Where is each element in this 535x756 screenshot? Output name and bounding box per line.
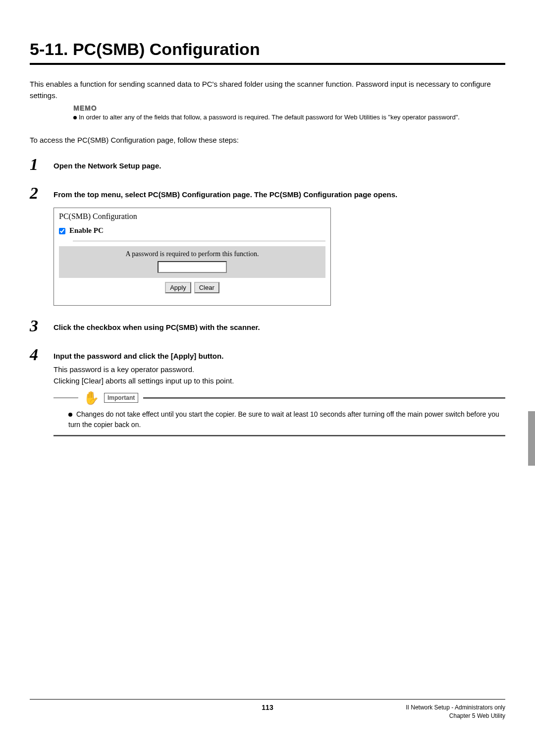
page-title: 5-11. PC(SMB) Configuration: [30, 40, 505, 65]
memo-block: MEMO In order to alter any of the fields…: [73, 104, 505, 122]
password-section: A password is required to perform this f…: [59, 246, 325, 278]
important-block: ✋ Important Changes do not take effect u…: [54, 391, 505, 436]
clear-button[interactable]: Clear: [194, 282, 219, 293]
important-rule-left: [54, 397, 78, 398]
enable-pc-row: Enable PC: [54, 226, 330, 241]
separator: [73, 241, 325, 241]
step-number: 2: [30, 185, 54, 202]
section-tab: [528, 411, 535, 466]
step-1-text: Open the Network Setup page.: [54, 160, 505, 172]
dialog-title: PC(SMB) Configuration: [54, 208, 330, 226]
enable-pc-checkbox[interactable]: [59, 228, 65, 234]
intro-paragraph: This enables a function for sending scan…: [30, 79, 505, 101]
important-rule-right: [143, 397, 505, 399]
footer: 113 II Network Setup - Administrators on…: [30, 699, 505, 720]
step-2-text: From the top menu, select PC(SMB) Config…: [54, 189, 505, 201]
password-input[interactable]: [158, 261, 227, 273]
important-bottom-rule: [54, 435, 505, 436]
page-number: 113: [262, 703, 273, 711]
memo-text: In order to alter any of the fields that…: [73, 113, 505, 122]
step-4: 4 Input the password and click the [Appl…: [30, 346, 505, 386]
step-1: 1 Open the Network Setup page.: [30, 156, 505, 173]
apply-button[interactable]: Apply: [165, 282, 191, 293]
step-4-text: Input the password and click the [Apply]…: [54, 350, 505, 362]
memo-label: MEMO: [73, 104, 505, 112]
footer-chapter: Chapter 5 Web Utility: [406, 712, 505, 720]
password-message: A password is required to perform this f…: [59, 250, 325, 258]
important-text: Changes do not take effect until you sta…: [68, 409, 505, 430]
config-dialog: PC(SMB) Configuration Enable PC A passwo…: [54, 208, 331, 306]
step-3: 3 Click the checkbox when using PC(SMB) …: [30, 318, 505, 334]
step-4-note1: This password is a key operator password…: [54, 364, 505, 376]
footer-section: II Network Setup - Administrators only: [406, 703, 505, 712]
enable-pc-label: Enable PC: [69, 226, 104, 234]
step-3-text: Click the checkbox when using PC(SMB) wi…: [54, 322, 505, 333]
step-2: 2 From the top menu, select PC(SMB) Conf…: [30, 185, 505, 306]
important-label: Important: [104, 393, 138, 403]
step-4-note2: Clicking [Clear] aborts all settings inp…: [54, 376, 505, 387]
step-number: 3: [30, 318, 54, 334]
step-number: 1: [30, 156, 54, 173]
step-number: 4: [30, 346, 54, 363]
memo-text-inner: In order to alter any of the fields that…: [79, 113, 460, 121]
hand-icon: ✋: [83, 391, 99, 404]
important-text-inner: Changes do not take effect until you sta…: [68, 410, 499, 429]
access-instruction: To access the PC(SMB) Configuration page…: [30, 136, 505, 144]
